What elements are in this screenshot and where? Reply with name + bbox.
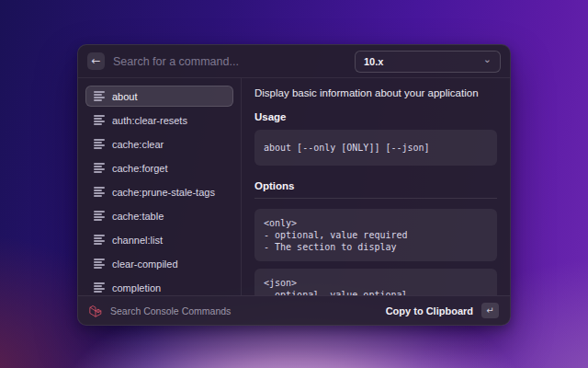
chevron-down-icon: ⌄ (483, 54, 492, 64)
version-select-value: 10.x (364, 56, 383, 67)
command-item-label: cache:forget (112, 163, 168, 174)
usage-heading: Usage (254, 111, 497, 122)
command-lines-icon (94, 259, 105, 269)
command-item-about[interactable]: about (85, 86, 233, 107)
command-item-auth-clear-resets[interactable]: auth:clear-resets (85, 109, 233, 131)
option-block-json: <json> - optional, value optional - Outp… (254, 269, 497, 295)
command-item-cache-table[interactable]: cache:table (85, 205, 233, 226)
option-line: - The section to display (264, 242, 397, 252)
command-lines-icon (94, 91, 105, 101)
command-detail-pane: Display basic information about your app… (242, 78, 510, 295)
command-lines-icon (94, 163, 105, 173)
command-list: about auth:clear-resets cache:clear cach… (78, 78, 242, 295)
command-item-label: channel:list (112, 235, 163, 246)
command-item-cache-forget[interactable]: cache:forget (85, 157, 233, 178)
command-item-label: cache:clear (112, 139, 164, 150)
option-line: - optional, value required (264, 230, 408, 240)
command-palette-window: ← 10.x ⌄ about auth:clear-resets cache:c… (77, 44, 511, 326)
footer: Search Console Commands Copy to Clipboar… (78, 295, 510, 325)
command-item-channel-list[interactable]: channel:list (85, 229, 233, 250)
command-description: Display basic information about your app… (254, 87, 497, 98)
back-arrow-icon: ← (91, 52, 100, 70)
command-item-label: cache:prune-stale-tags (112, 187, 215, 198)
options-divider (254, 198, 497, 199)
command-item-cache-prune-stale-tags[interactable]: cache:prune-stale-tags (85, 181, 233, 202)
command-item-label: auth:clear-resets (112, 115, 187, 126)
enter-key-badge[interactable]: ↵ (481, 303, 499, 318)
version-select[interactable]: 10.x ⌄ (355, 51, 501, 73)
main-body: about auth:clear-resets cache:clear cach… (78, 78, 510, 295)
command-lines-icon (94, 235, 105, 245)
back-button[interactable]: ← (87, 52, 105, 70)
return-arrow-icon: ↵ (486, 305, 493, 316)
command-lines-icon (94, 187, 105, 197)
topbar: ← 10.x ⌄ (78, 45, 510, 78)
usage-code-block: about [--only [ONLY]] [--json] (254, 130, 497, 166)
command-item-label: clear-compiled (112, 259, 178, 270)
copy-to-clipboard-label[interactable]: Copy to Clipboard (386, 305, 473, 316)
command-lines-icon (94, 282, 105, 293)
command-item-cache-clear[interactable]: cache:clear (85, 133, 233, 155)
command-lines-icon (94, 211, 105, 221)
command-lines-icon (94, 115, 105, 125)
command-item-completion[interactable]: completion (85, 277, 233, 295)
option-name: <json> (264, 278, 297, 288)
command-item-label: cache:table (112, 211, 164, 222)
footer-app-title: Search Console Commands (110, 305, 378, 316)
command-item-clear-compiled[interactable]: clear-compiled (85, 253, 233, 274)
options-heading: Options (254, 180, 497, 191)
laravel-logo-icon (89, 305, 102, 317)
command-lines-icon (94, 139, 105, 149)
option-block-only: <only> - optional, value required - The … (254, 209, 497, 261)
search-input[interactable] (113, 55, 346, 68)
option-name: <only> (264, 218, 297, 228)
command-item-label: about (112, 91, 138, 102)
command-item-label: completion (112, 282, 161, 293)
